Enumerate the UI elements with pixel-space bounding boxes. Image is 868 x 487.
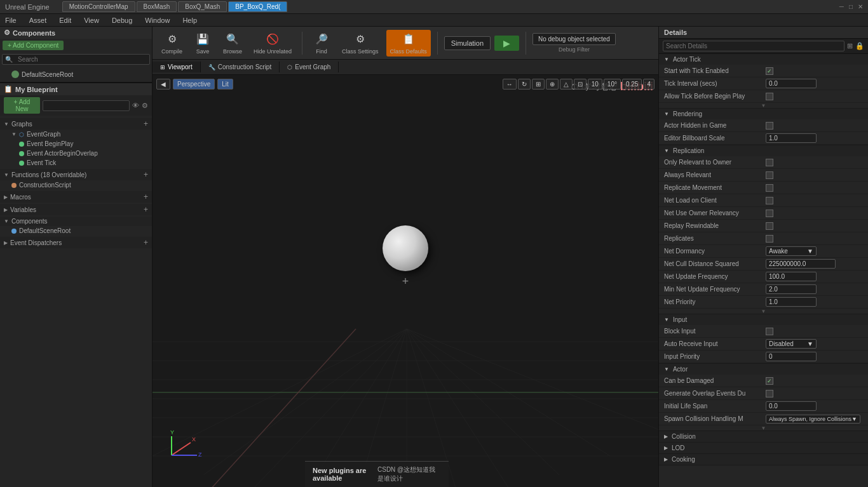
bp-construction-script[interactable]: ConstructionScript bbox=[0, 180, 152, 190]
bp-event-tick[interactable]: Event Tick bbox=[0, 158, 152, 168]
bp-section-functions-header[interactable]: ▼ Functions (18 Overridable) + bbox=[0, 169, 152, 180]
initial-lifespan-input[interactable] bbox=[766, 401, 817, 411]
allow-tick-checkbox[interactable] bbox=[766, 93, 773, 100]
bp-section-graphs-header[interactable]: ▼ Graphs + bbox=[0, 118, 152, 130]
components-search-input[interactable] bbox=[15, 55, 149, 64]
sphere-object[interactable] bbox=[383, 225, 428, 271]
vp-btn-angle[interactable]: 10° bbox=[604, 79, 621, 90]
actor-header[interactable]: ▼ Actor bbox=[659, 364, 868, 375]
compile-button[interactable]: ⚙ Compile bbox=[158, 30, 186, 57]
simulation-button[interactable]: Simulation bbox=[444, 36, 491, 50]
collision-header[interactable]: ▶ Collision bbox=[659, 431, 868, 442]
overlap-events-cb[interactable] bbox=[766, 390, 773, 397]
lod-header[interactable]: ▶ LOD bbox=[659, 443, 868, 453]
menu-asset[interactable]: Asset bbox=[27, 17, 50, 24]
title-tab-0[interactable]: MotionControllerMap bbox=[62, 1, 135, 12]
title-tab-2[interactable]: BoxQ_Mash bbox=[178, 1, 227, 12]
net-cull-input[interactable] bbox=[766, 259, 836, 269]
replication-header[interactable]: ▼ Replication bbox=[659, 145, 868, 156]
blueprint-search-input[interactable] bbox=[43, 100, 130, 111]
class-settings-button[interactable]: ⚙ Class Settings bbox=[338, 30, 383, 57]
input-priority-input[interactable] bbox=[766, 352, 817, 361]
minimize-icon[interactable]: ─ bbox=[839, 3, 844, 10]
variables-add-icon[interactable]: + bbox=[144, 205, 148, 214]
net-priority-input[interactable] bbox=[766, 297, 817, 307]
perspective-button[interactable]: Perspective bbox=[173, 79, 215, 90]
auto-receive-dropdown[interactable]: Disabled ▼ bbox=[766, 339, 817, 349]
vp-btn-scale[interactable]: ⊞ bbox=[532, 79, 545, 90]
construction-script-tab[interactable]: 🔧 Construction Script bbox=[201, 62, 280, 72]
min-net-update-input[interactable] bbox=[766, 284, 817, 294]
macros-add-icon[interactable]: + bbox=[144, 192, 148, 201]
find-button[interactable]: 🔎 Find bbox=[309, 30, 334, 57]
net-update-freq-input[interactable] bbox=[766, 272, 817, 281]
functions-add-icon[interactable]: + bbox=[144, 170, 148, 179]
event-graph-tab[interactable]: ⬡ Event Graph bbox=[280, 62, 339, 72]
tick-interval-input[interactable] bbox=[766, 79, 817, 88]
add-new-button[interactable]: + Add New bbox=[4, 97, 40, 114]
bp-event-beginplay[interactable]: Event BeginPlay bbox=[0, 139, 152, 149]
replicate-movement-cb[interactable] bbox=[766, 184, 773, 192]
vp-btn-scale-val[interactable]: 0.25 bbox=[622, 79, 642, 90]
viewport[interactable]: ◀ Perspective Lit ↔ ↻ ⊞ ⊕ △ ⊡ 10 10° 0.2… bbox=[153, 75, 658, 487]
menu-window[interactable]: Window bbox=[142, 17, 172, 24]
replay-rewindable-cb[interactable] bbox=[766, 222, 773, 230]
vp-btn-camera[interactable]: 4 bbox=[643, 79, 654, 90]
lit-button[interactable]: Lit bbox=[217, 79, 233, 90]
bp-section-dispatchers-header[interactable]: ▶ Event Dispatchers + bbox=[0, 237, 152, 248]
vp-btn-snap-toggle[interactable]: ⊡ bbox=[574, 79, 587, 90]
title-tab-3[interactable]: BP_BoxQ_Red( bbox=[228, 1, 287, 12]
net-load-client-cb[interactable] bbox=[766, 197, 773, 204]
add-component-button[interactable]: + Add Component bbox=[3, 41, 64, 50]
close-icon[interactable]: ✕ bbox=[858, 3, 863, 10]
vp-btn-surface[interactable]: △ bbox=[560, 79, 573, 90]
spawn-collision-dropdown[interactable]: Always Spawn, Ignore Collisions ▼ bbox=[766, 415, 860, 424]
net-dormancy-dropdown[interactable]: Awake ▼ bbox=[766, 246, 817, 256]
menu-view[interactable]: View bbox=[81, 17, 102, 24]
class-defaults-button[interactable]: 📋 Class Defaults bbox=[386, 30, 431, 57]
bp-eventgraph-item[interactable]: ▼ ⬡ EventGraph bbox=[0, 130, 152, 139]
viewport-nav-left[interactable]: ◀ bbox=[156, 79, 170, 90]
details-search-input[interactable] bbox=[663, 41, 844, 51]
cooking-header[interactable]: ▶ Cooking bbox=[659, 454, 868, 465]
vp-btn-snap-10[interactable]: 10 bbox=[588, 79, 602, 90]
debug-filter-dropdown[interactable]: No debug object selected bbox=[532, 33, 616, 45]
net-use-owner-cb[interactable] bbox=[766, 210, 773, 217]
graphs-add-icon[interactable]: + bbox=[144, 119, 148, 128]
input-header[interactable]: ▼ Input bbox=[659, 314, 868, 325]
vp-btn-world[interactable]: ⊕ bbox=[546, 79, 559, 90]
settings-icon[interactable]: ⚙ bbox=[142, 102, 148, 110]
viewport-tab[interactable]: ⊞ Viewport bbox=[153, 62, 201, 72]
maximize-icon[interactable]: □ bbox=[849, 3, 853, 10]
menu-debug[interactable]: Debug bbox=[109, 17, 135, 24]
rendering-header[interactable]: ▼ Rendering bbox=[659, 109, 868, 119]
menu-file[interactable]: File bbox=[3, 17, 19, 24]
only-relevant-cb[interactable] bbox=[766, 159, 773, 166]
always-relevant-cb[interactable] bbox=[766, 171, 773, 179]
hidden-in-game-checkbox[interactable] bbox=[766, 122, 773, 130]
actor-tick-header[interactable]: ▼ Actor Tick bbox=[659, 54, 868, 65]
menu-edit[interactable]: Edit bbox=[57, 17, 74, 24]
bp-section-variables-header[interactable]: ▶ Variables + bbox=[0, 204, 152, 215]
block-input-cb[interactable] bbox=[766, 328, 773, 335]
details-view-icon[interactable]: ⊞ bbox=[847, 42, 853, 50]
visibility-icon[interactable]: 👁 bbox=[132, 102, 139, 109]
details-lock-icon[interactable]: 🔒 bbox=[855, 42, 864, 50]
title-tab-1[interactable]: BoxMash bbox=[137, 1, 177, 12]
can-be-damaged-cb[interactable] bbox=[766, 377, 773, 385]
billboard-scale-input[interactable] bbox=[766, 133, 817, 143]
bp-event-actoroverlap[interactable]: Event ActorBeginOverlap bbox=[0, 149, 152, 158]
vp-btn-translate[interactable]: ↔ bbox=[503, 79, 517, 90]
bp-section-components-header[interactable]: ▼ Components bbox=[0, 217, 152, 226]
save-button[interactable]: 💾 Save bbox=[190, 30, 215, 57]
play-button[interactable]: ▶ bbox=[494, 36, 519, 51]
menu-help[interactable]: Help bbox=[180, 17, 200, 24]
tree-item-defaultsceneroot[interactable]: DefaultSceneRoot bbox=[4, 69, 148, 79]
bp-defaultsceneroot[interactable]: DefaultSceneRoot bbox=[0, 226, 152, 236]
vp-btn-rotate[interactable]: ↻ bbox=[518, 79, 531, 90]
replicates-cb[interactable] bbox=[766, 235, 773, 243]
bp-section-macros-header[interactable]: ▶ Macros + bbox=[0, 191, 152, 203]
hide-unrelated-button[interactable]: 🚫 Hide Unrelated bbox=[250, 30, 295, 57]
browse-button[interactable]: 🔍 Browse bbox=[219, 30, 246, 57]
start-tick-checkbox[interactable] bbox=[766, 67, 773, 75]
